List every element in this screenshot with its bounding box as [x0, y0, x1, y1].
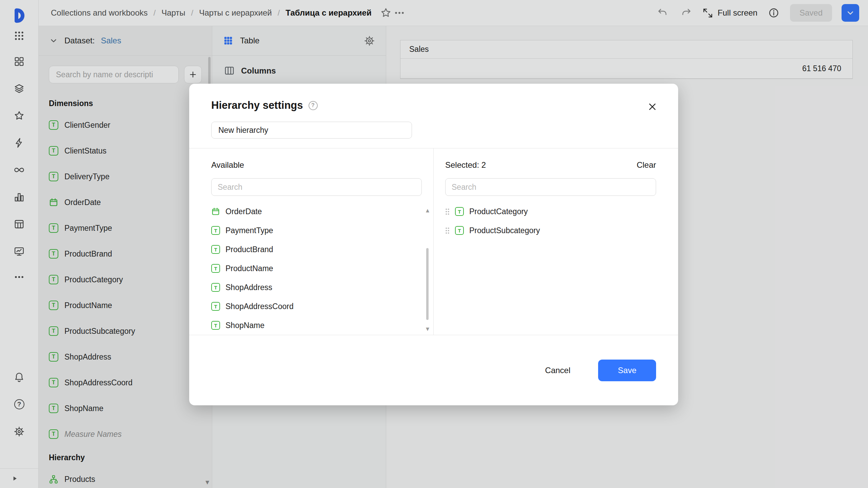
hierarchy-name-input[interactable]	[211, 122, 412, 139]
field-label: ProductSubcategory	[469, 226, 540, 235]
modal-header: Hierarchy settings	[189, 84, 678, 148]
string-field-icon	[211, 226, 220, 235]
string-field-icon	[211, 321, 220, 330]
hierarchy-settings-modal: Hierarchy settings Available OrderDate	[189, 84, 678, 405]
selected-list: ProductCategory ProductSubcategory	[445, 202, 656, 240]
string-field-icon	[211, 283, 220, 292]
available-title: Available	[211, 160, 244, 170]
selected-title: Selected: 2	[445, 160, 486, 170]
selected-item[interactable]: ProductSubcategory	[445, 221, 656, 240]
string-field-icon	[211, 302, 220, 311]
field-label: ShopAddressCoord	[225, 302, 294, 311]
selected-item[interactable]: ProductCategory	[445, 202, 656, 221]
help-circle-icon[interactable]	[309, 101, 318, 110]
date-field-icon	[211, 207, 220, 216]
modal-body: Available OrderDate PaymentType ProductB…	[189, 148, 678, 335]
field-label: ProductBrand	[225, 245, 273, 254]
available-search-input[interactable]	[211, 178, 422, 196]
selected-column: Selected: 2 Clear ProductCategory Produc…	[434, 148, 678, 335]
modal-title: Hierarchy settings	[211, 99, 303, 111]
available-item[interactable]: ProductName	[211, 259, 422, 278]
available-item[interactable]: ProductBrand	[211, 240, 422, 259]
available-column: Available OrderDate PaymentType ProductB…	[189, 148, 434, 335]
field-label: ShopAddress	[225, 283, 272, 292]
string-field-icon	[211, 264, 220, 273]
field-label: OrderDate	[225, 207, 262, 216]
list-scrollbar-thumb[interactable]	[426, 248, 429, 320]
available-item[interactable]: PaymentType	[211, 221, 422, 240]
modal-footer: Cancel Save	[189, 335, 678, 405]
available-item[interactable]: OrderDate	[211, 202, 422, 221]
available-item[interactable]: ShopAddress	[211, 278, 422, 297]
field-label: PaymentType	[225, 226, 273, 235]
close-icon[interactable]	[645, 99, 660, 114]
app-root: Collections and workbooks / Чарты / Чарт…	[0, 0, 868, 488]
field-label: ProductCategory	[469, 207, 528, 216]
string-field-icon	[455, 207, 464, 216]
field-label: ProductName	[225, 264, 273, 273]
selected-search-input[interactable]	[445, 178, 656, 196]
drag-handle-icon[interactable]	[445, 227, 450, 234]
available-list: OrderDate PaymentType ProductBrand Produ…	[211, 202, 422, 335]
clear-button[interactable]: Clear	[637, 160, 656, 170]
list-scroll-down-icon[interactable]: ▾	[426, 325, 429, 332]
drag-handle-icon[interactable]	[445, 208, 450, 215]
cancel-button[interactable]: Cancel	[531, 360, 585, 381]
save-button[interactable]: Save	[598, 360, 656, 381]
string-field-icon	[455, 226, 464, 235]
available-item[interactable]: ShopName	[211, 316, 422, 335]
string-field-icon	[211, 245, 220, 254]
available-item[interactable]: ShopAddressCoord	[211, 297, 422, 316]
field-label: ShopName	[225, 321, 264, 330]
list-scroll-up-icon[interactable]: ▴	[426, 207, 429, 214]
